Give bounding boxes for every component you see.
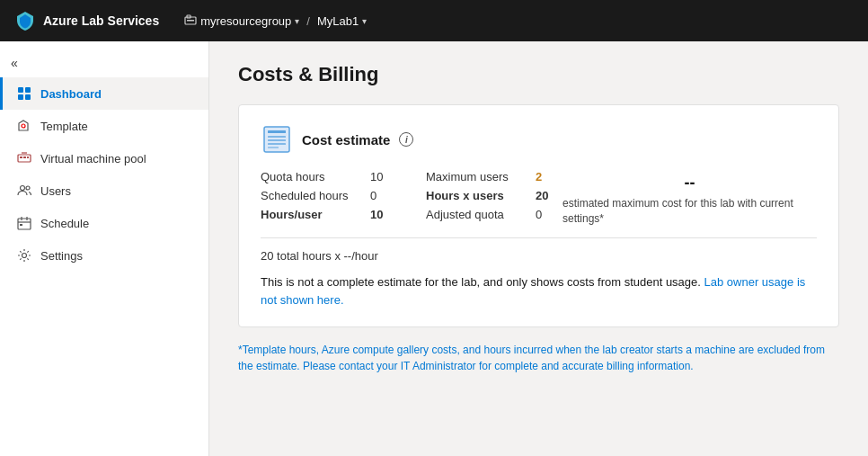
sidebar-item-schedule[interactable]: Schedule xyxy=(0,207,208,239)
cost-estimate-icon xyxy=(261,123,293,156)
vm-pool-icon xyxy=(17,151,31,165)
resource-group-label: myresourcegroup xyxy=(200,14,291,28)
main-content: Costs & Billing Cost estimate i xyxy=(209,41,868,456)
sidebar-label-dashboard: Dashboard xyxy=(40,87,102,101)
info-icon[interactable]: i xyxy=(399,132,413,147)
svg-point-20 xyxy=(22,254,27,258)
max-users-label: Maximum users xyxy=(426,170,525,183)
hours-user-value: 10 xyxy=(370,208,397,221)
nav-lab[interactable]: MyLab1 ▾ xyxy=(317,14,367,28)
total-hours-text: 20 total hours x --/hour xyxy=(261,249,817,263)
dashboard-icon xyxy=(17,86,31,101)
svg-rect-23 xyxy=(268,136,286,138)
quota-hours-label: Quota hours xyxy=(261,170,359,183)
note-main: This is not a complete estimate for the … xyxy=(261,275,701,289)
sidebar-collapse-button[interactable]: « xyxy=(0,49,208,77)
nav-resource-group[interactable]: myresourcegroup ▾ xyxy=(184,14,299,28)
page-title: Costs & Billing xyxy=(238,63,839,86)
cost-row-hours-x-users: Hours x users 20 xyxy=(426,189,562,202)
card-divider xyxy=(261,237,817,238)
hours-x-users-label: Hours x users xyxy=(426,189,525,202)
svg-point-13 xyxy=(21,186,25,191)
card-title: Cost estimate xyxy=(302,132,390,148)
sidebar-item-vm-pool[interactable]: Virtual machine pool xyxy=(0,142,208,174)
footer-note: *Template hours, Azure compute gallery c… xyxy=(238,342,839,374)
cost-row-scheduled-hours: Scheduled hours 0 xyxy=(261,189,397,202)
svg-rect-5 xyxy=(18,94,23,100)
app-layout: « Dashboard Template xyxy=(0,41,868,456)
hours-user-label: Hours/user xyxy=(261,208,359,221)
card-header: Cost estimate i xyxy=(261,123,817,156)
svg-rect-4 xyxy=(25,87,31,93)
note-text: This is not a complete estimate for the … xyxy=(261,273,817,308)
resource-group-chevron: ▾ xyxy=(295,16,299,26)
azure-logo-icon xyxy=(14,10,36,31)
cost-row-max-users: Maximum users 2 xyxy=(426,170,562,183)
schedule-icon xyxy=(17,216,31,230)
svg-rect-22 xyxy=(268,130,286,133)
sidebar-label-template: Template xyxy=(40,120,88,133)
svg-rect-25 xyxy=(268,143,286,145)
cost-col-left: Quota hours 10 Scheduled hours 0 Hours/u… xyxy=(261,170,397,227)
svg-rect-10 xyxy=(23,156,26,158)
quota-hours-value: 10 xyxy=(370,170,397,183)
users-icon xyxy=(17,183,31,198)
svg-rect-3 xyxy=(18,87,23,93)
cost-estimate-right: -- estimated maximum cost for this lab w… xyxy=(562,170,817,227)
template-icon xyxy=(17,119,31,133)
sidebar-item-dashboard[interactable]: Dashboard xyxy=(0,77,208,110)
svg-rect-19 xyxy=(20,224,22,226)
resource-group-icon xyxy=(184,14,197,27)
cost-estimate-card: Cost estimate i Quota hours 10 Scheduled… xyxy=(238,104,839,327)
settings-icon xyxy=(17,248,31,263)
max-users-value: 2 xyxy=(536,170,562,183)
nav-breadcrumb: myresourcegroup ▾ / MyLab1 ▾ xyxy=(184,14,367,28)
sidebar-item-settings[interactable]: Settings xyxy=(0,239,208,272)
svg-rect-26 xyxy=(268,147,279,148)
lab-chevron: ▾ xyxy=(362,16,367,26)
svg-rect-6 xyxy=(25,94,31,100)
scheduled-hours-value: 0 xyxy=(370,189,397,202)
svg-point-7 xyxy=(22,124,25,128)
sidebar-item-template[interactable]: Template xyxy=(0,110,208,142)
nav-logo: Azure Lab Services xyxy=(14,10,159,31)
lab-label: MyLab1 xyxy=(317,14,359,28)
cost-row-hours-user: Hours/user 10 xyxy=(261,208,397,221)
top-nav: Azure Lab Services myresourcegroup ▾ / M… xyxy=(0,0,868,41)
svg-rect-15 xyxy=(18,219,31,229)
nav-separator: / xyxy=(306,14,310,28)
nav-logo-text: Azure Lab Services xyxy=(43,13,159,28)
cost-row-quota-hours: Quota hours 10 xyxy=(261,170,397,183)
scheduled-hours-label: Scheduled hours xyxy=(261,189,359,202)
svg-point-14 xyxy=(26,186,30,190)
sidebar-item-users[interactable]: Users xyxy=(0,174,208,207)
cost-row-adjusted-quota: Adjusted quota 0 xyxy=(426,208,562,221)
svg-rect-9 xyxy=(20,156,22,158)
hours-x-users-value: 20 xyxy=(536,189,562,202)
sidebar: « Dashboard Template xyxy=(0,41,209,456)
estimate-description: estimated maximum cost for this lab with… xyxy=(562,196,817,227)
cost-col-right: Maximum users 2 Hours x users 20 Adjuste… xyxy=(426,170,562,227)
adjusted-quota-value: 0 xyxy=(536,208,562,221)
sidebar-label-settings: Settings xyxy=(40,249,83,263)
svg-rect-24 xyxy=(268,139,286,141)
adjusted-quota-label: Adjusted quota xyxy=(426,208,525,221)
svg-rect-11 xyxy=(27,156,29,158)
svg-rect-2 xyxy=(187,20,194,22)
estimate-dashes: -- xyxy=(685,174,695,192)
sidebar-label-vm-pool: Virtual machine pool xyxy=(40,152,146,165)
sidebar-label-users: Users xyxy=(40,184,71,198)
sidebar-label-schedule: Schedule xyxy=(40,217,89,230)
